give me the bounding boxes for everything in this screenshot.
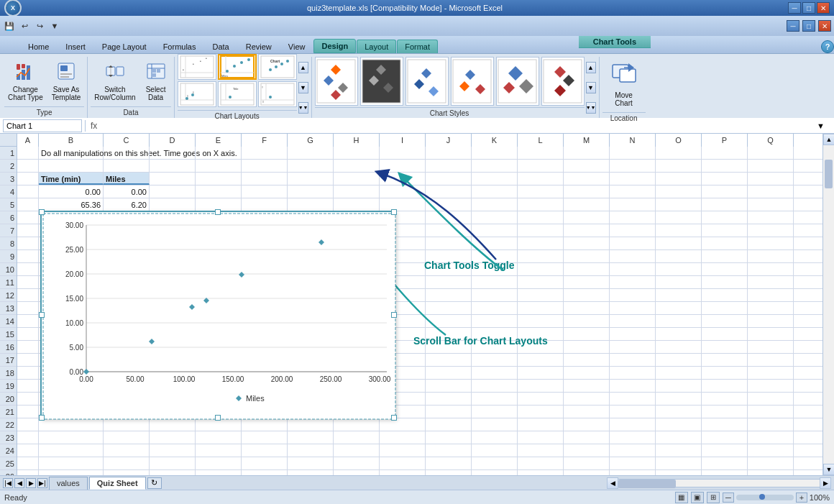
cell-14-13[interactable] [610,315,656,327]
new-sheet-button[interactable]: ↻ [147,477,162,489]
cell-H4[interactable] [334,185,380,198]
cell-J1[interactable] [426,147,472,159]
cell-7-10[interactable] [472,224,518,237]
cell-Q4[interactable] [748,185,794,198]
cell-N4[interactable] [610,185,656,198]
col-header-D[interactable]: D [150,134,196,147]
cell-21-11[interactable] [518,406,564,418]
row-num-16[interactable]: 16 [0,341,17,354]
cell-Q6[interactable] [748,211,794,224]
cell-9-13[interactable] [610,250,656,262]
style-thumb-3[interactable] [405,57,449,106]
tab-layout[interactable]: Layout [357,40,396,53]
cell-15-13[interactable] [610,328,656,340]
cell-K5[interactable] [472,198,518,211]
h-scroll-right[interactable]: ▶ [820,477,831,489]
col-header-N[interactable]: N [610,134,656,147]
cell-C5[interactable]: 6.20 [104,198,150,211]
cell-25-9[interactable] [426,457,472,469]
row-num-18[interactable]: 18 [0,367,17,380]
cell-26-12[interactable] [564,470,610,475]
cell-E3[interactable] [196,173,242,185]
cell-26-16[interactable] [748,470,794,475]
col-header-O[interactable]: O [656,134,702,147]
cell-26-1[interactable] [39,470,104,475]
cell-B4[interactable]: 0.00 [39,185,104,198]
cell-26-13[interactable] [610,470,656,475]
change-chart-type-button[interactable]: ChangeChart Type [4,58,47,104]
scroll-up-button[interactable]: ▲ [823,134,834,145]
cell-B2[interactable] [39,160,104,172]
cell-25-14[interactable] [656,457,702,469]
cell-M2[interactable] [564,160,610,172]
cell-16-13[interactable] [610,341,656,353]
styles-scroll-down[interactable]: ▼ [586,82,596,93]
cell-20-13[interactable] [610,393,656,405]
cell-N2[interactable] [610,160,656,172]
cell-15-12[interactable] [564,328,610,340]
cell-10-0[interactable] [17,263,39,275]
cell-N5[interactable] [610,198,656,211]
cell-13-16[interactable] [748,302,794,314]
cell-I1[interactable] [380,147,426,159]
cell-K2[interactable] [472,160,518,172]
vertical-scrollbar[interactable]: ▲ ▼ [822,134,834,475]
cell-L4[interactable] [518,185,564,198]
cell-18-0[interactable] [17,367,39,379]
cell-H5[interactable] [334,198,380,211]
row-num-6[interactable]: 6 [0,211,17,224]
cell-12-10[interactable] [472,289,518,301]
cell-13-10[interactable] [472,302,518,314]
cell-24-12[interactable] [564,444,610,457]
save-as-template-button[interactable]: Save AsTemplate [48,58,85,104]
cell-18-13[interactable] [610,367,656,379]
cell-14-16[interactable] [748,315,794,327]
cell-22-10[interactable] [472,418,518,431]
chart-handle-tr[interactable] [391,209,397,215]
cell-E2[interactable] [196,160,242,172]
cell-8-15[interactable] [702,237,748,249]
cell-9-12[interactable] [564,250,610,262]
cell-23-10[interactable] [472,431,518,444]
cell-19-9[interactable] [426,380,472,392]
cell-24-1[interactable] [39,444,104,457]
layouts-scroll-up[interactable]: ▲ [298,62,308,73]
col-header-K[interactable]: K [472,134,518,147]
cell-C3[interactable]: Miles [104,173,150,185]
cell-A1[interactable] [17,147,39,159]
tab-view[interactable]: View [280,40,313,53]
cell-8-12[interactable] [564,237,610,249]
page-layout-view-button[interactable]: ▣ [691,492,704,503]
cell-22-16[interactable] [748,418,794,431]
layout-thumb-1[interactable]: • • • • [178,54,216,80]
row-num-13[interactable]: 13 [0,302,17,315]
cell-M6[interactable] [564,211,610,224]
cell-22-0[interactable] [17,418,39,431]
cell-24-0[interactable] [17,444,39,457]
chart-handle-tc[interactable] [215,209,221,215]
cell-J5[interactable] [426,198,472,211]
cell-20-16[interactable] [748,393,794,405]
cell-I2[interactable] [380,160,426,172]
cell-L6[interactable] [518,211,564,224]
cell-9-14[interactable] [656,250,702,262]
cell-11-12[interactable] [564,276,610,288]
zoom-thumb[interactable] [759,494,765,500]
cell-H1[interactable] [334,147,380,159]
cell-17-15[interactable] [702,354,748,366]
cell-7-12[interactable] [564,224,610,237]
cell-21-12[interactable] [564,406,610,418]
cell-P5[interactable] [702,198,748,211]
col-header-F[interactable]: F [242,134,288,147]
cell-17-13[interactable] [610,354,656,366]
col-header-J[interactable]: J [426,134,472,147]
row-num-4[interactable]: 4 [0,185,17,198]
cell-O6[interactable] [656,211,702,224]
zoom-in-button[interactable]: + [796,492,807,503]
cell-P3[interactable] [702,173,748,185]
cell-10-11[interactable] [518,263,564,275]
app-close-button[interactable]: ✕ [817,2,830,14]
cell-21-14[interactable] [656,406,702,418]
cell-P6[interactable] [702,211,748,224]
tab-design[interactable]: Design [313,39,356,53]
